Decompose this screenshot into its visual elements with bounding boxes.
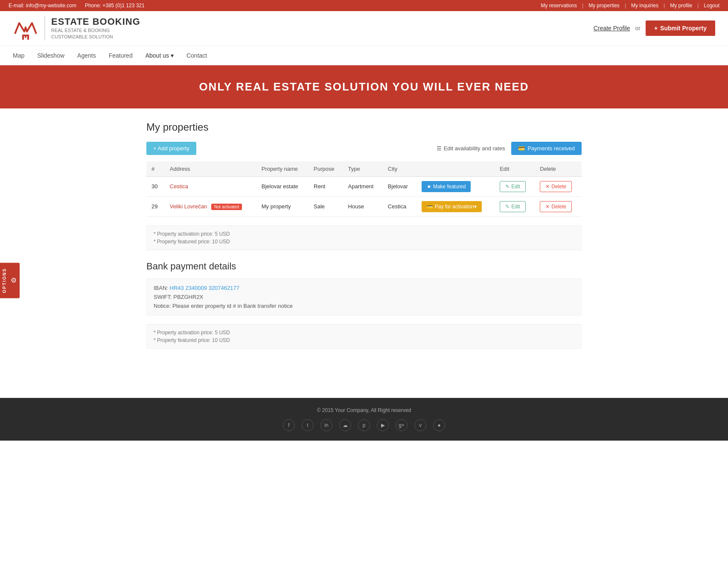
- nav-agents[interactable]: Agents: [77, 46, 96, 65]
- table-row: 29 Veliki Lovrečan Not activated My prop…: [146, 196, 582, 216]
- cloud-icon[interactable]: ☁: [339, 419, 351, 431]
- nav-contact[interactable]: Contact: [186, 46, 207, 65]
- twitter-icon[interactable]: t: [302, 419, 314, 431]
- hero-text: ONLY REAL ESTATE SOLUTION YOU WILL EVER …: [199, 80, 529, 93]
- gear-icon: ⚙: [9, 276, 17, 284]
- options-label: OPTIONS: [2, 268, 7, 293]
- top-bar-nav: My reservations | My properties | My inq…: [541, 3, 719, 9]
- credit-card-icon: 💳: [518, 145, 525, 152]
- col-edit: Edit: [495, 161, 535, 177]
- iban-row: IBAN: HR43 2340009 3207462177: [154, 285, 574, 291]
- col-property-name: Property name: [256, 161, 309, 177]
- notice-row: Notice: Please enter property id # in Ba…: [154, 303, 574, 309]
- vimeo-icon[interactable]: v: [414, 419, 426, 431]
- activation-price-note-2: * Property activation price: 5 USD: [154, 330, 574, 336]
- create-profile-link[interactable]: Create Profile: [594, 25, 630, 32]
- delete-property-button[interactable]: ✕ Delete: [540, 201, 572, 212]
- iban-value: HR43 2340009 3207462177: [170, 285, 239, 291]
- col-city: City: [383, 161, 416, 177]
- not-activated-badge: Not activated: [211, 204, 242, 210]
- page-title: My properties: [146, 121, 582, 133]
- col-action: [416, 161, 495, 177]
- submit-property-button[interactable]: + Submit Property: [646, 20, 715, 36]
- facebook-icon[interactable]: f: [283, 419, 295, 431]
- pay-activation-button[interactable]: 💳 Pay for activation▾: [422, 201, 482, 212]
- logo-area: ESTATE BOOKING REAL ESTATE & BOOKING CUS…: [13, 16, 140, 41]
- toolbar: + Add property ☰ Edit availability and r…: [146, 142, 582, 155]
- hero-banner: ONLY REAL ESTATE SOLUTION YOU WILL EVER …: [0, 65, 728, 108]
- col-address: Address: [165, 161, 256, 177]
- edit-property-button[interactable]: ✎ Edit: [500, 201, 526, 212]
- pinterest-icon[interactable]: p: [358, 419, 370, 431]
- my-properties-link[interactable]: My properties: [588, 3, 620, 9]
- swift-value: PBZGHR2X: [173, 294, 203, 300]
- chevron-down-icon: ▾: [171, 52, 174, 59]
- row-action-cell: 💳 Pay for activation▾: [416, 196, 495, 216]
- svg-point-2: [25, 36, 26, 38]
- make-featured-button[interactable]: ★ Make featured: [422, 181, 471, 192]
- youtube-icon[interactable]: ▶: [377, 419, 389, 431]
- logout-link[interactable]: Logout: [704, 3, 719, 9]
- footer: © 2015 Your Company, All Right reserved …: [0, 398, 728, 441]
- linkedin-icon[interactable]: in: [320, 419, 332, 431]
- row-edit-cell: ✎ Edit: [495, 176, 535, 196]
- phone-info: Phone: +385 (0)1 123 321: [85, 3, 145, 9]
- credit-card-icon: 💳: [427, 204, 433, 210]
- payments-received-button[interactable]: 💳 Payments received: [511, 142, 582, 155]
- my-reservations-link[interactable]: My reservations: [541, 3, 577, 9]
- row-type: House: [343, 196, 382, 216]
- property-address-link[interactable]: Veliki Lovrečan: [170, 203, 207, 210]
- row-type: Apartment: [343, 176, 382, 196]
- my-profile-link[interactable]: My profile: [670, 3, 692, 9]
- row-property-name: Bjelovar estate: [256, 176, 309, 196]
- col-type: Type: [343, 161, 382, 177]
- email-info: E-mail: info@my-website.com: [9, 3, 76, 9]
- properties-table: # Address Property name Purpose Type Cit…: [146, 161, 582, 217]
- plus-icon: +: [654, 25, 658, 32]
- property-address-link[interactable]: Cestica: [170, 183, 188, 190]
- bank-details: IBAN: HR43 2340009 3207462177 SWIFT: PBZ…: [146, 278, 582, 316]
- row-action-cell: ★ Make featured: [416, 176, 495, 196]
- add-property-button[interactable]: + Add property: [146, 142, 196, 155]
- featured-price-note: * Property featured price: 10 USD: [154, 239, 574, 245]
- bank-payment-title: Bank payment details: [146, 261, 582, 272]
- logo-title: ESTATE BOOKING: [51, 16, 140, 27]
- social-icons: f t in ☁ p ▶ g+ v ●: [9, 419, 719, 431]
- delete-property-button[interactable]: ✕ Delete: [540, 181, 572, 192]
- edit-icon: ✎: [505, 184, 510, 190]
- row-city: Bjelovar: [383, 176, 416, 196]
- row-delete-cell: ✕ Delete: [535, 176, 582, 196]
- notice-value: Please enter property id # in Bank trans…: [172, 303, 293, 309]
- row-property-name: My property: [256, 196, 309, 216]
- header: ESTATE BOOKING REAL ESTATE & BOOKING CUS…: [0, 11, 728, 46]
- col-delete: Delete: [535, 161, 582, 177]
- col-purpose: Purpose: [309, 161, 343, 177]
- table-row: 30 Cestica Bjelovar estate Rent Apartmen…: [146, 176, 582, 196]
- activation-price-note: * Property activation price: 5 USD: [154, 231, 574, 237]
- header-actions: Create Profile or + Submit Property: [594, 20, 715, 36]
- options-sidebar[interactable]: ⚙ OPTIONS: [0, 263, 20, 298]
- row-address: Veliki Lovrečan Not activated: [165, 196, 256, 216]
- logo-subtitle: REAL ESTATE & BOOKING CUSTOMIZABLE SOLUT…: [51, 27, 140, 41]
- toolbar-right: ☰ Edit availability and rates 💳 Payments…: [437, 142, 582, 155]
- nav-about[interactable]: About us ▾: [146, 52, 174, 59]
- nav-slideshow[interactable]: Slideshow: [37, 46, 64, 65]
- or-separator: or: [635, 25, 640, 32]
- nav-map[interactable]: Map: [13, 46, 24, 65]
- featured-price-note-2: * Property featured price: 10 USD: [154, 337, 574, 343]
- googleplus-icon[interactable]: g+: [396, 419, 408, 431]
- price-notes: * Property activation price: 5 USD * Pro…: [146, 225, 582, 250]
- edit-availability-link[interactable]: ☰ Edit availability and rates: [437, 145, 505, 152]
- row-edit-cell: ✎ Edit: [495, 196, 535, 216]
- row-purpose: Sale: [309, 196, 343, 216]
- nav-featured[interactable]: Featured: [109, 46, 133, 65]
- edit-property-button[interactable]: ✎ Edit: [500, 181, 526, 192]
- star-icon: ★: [427, 184, 431, 190]
- calendar-icon: ☰: [437, 145, 442, 152]
- row-id: 30: [146, 176, 165, 196]
- close-icon: ✕: [545, 204, 550, 210]
- logo-icon: [13, 17, 38, 40]
- globe-icon[interactable]: ●: [433, 419, 445, 431]
- row-purpose: Rent: [309, 176, 343, 196]
- my-inquiries-link[interactable]: My inquiries: [631, 3, 658, 9]
